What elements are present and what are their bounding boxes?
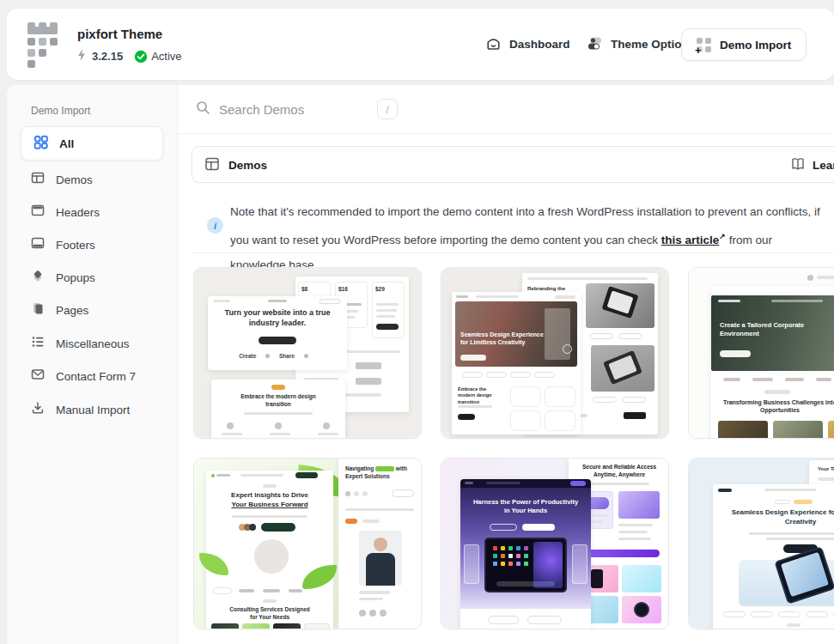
popups-icon: [31, 269, 45, 286]
nav-dashboard[interactable]: Dashboard: [485, 9, 570, 80]
sidebar-item-manual-import[interactable]: Manual Import: [7, 397, 178, 422]
sidebar-item-popups[interactable]: Popups: [7, 264, 178, 290]
demo-preview: Secure and Reliable Access Anytime, Anyw…: [441, 459, 668, 629]
preview-top-note: Your Technologies: [818, 465, 834, 472]
demos-table-icon: [204, 156, 220, 174]
nav-theme-options[interactable]: Theme Options: [587, 9, 695, 80]
sidebar-item-pages[interactable]: Pages: [7, 297, 178, 323]
envelope-icon: [31, 368, 45, 385]
external-link-icon: ↗: [719, 232, 726, 240]
sidebar: Demo Import All: [7, 85, 178, 644]
search-input[interactable]: [219, 102, 365, 117]
preview-subheading: Embrace the modern design transition: [231, 393, 326, 409]
list-icon: [31, 335, 45, 352]
preview-subheading: Embrace the modern design transition: [458, 386, 502, 405]
this-article-link[interactable]: this article: [661, 234, 720, 246]
demo-card-consulting[interactable]: Navigating with Expert Solutions: [193, 458, 422, 629]
nav-demo-import-button[interactable]: + Demo Import: [681, 28, 807, 61]
footers-icon: [31, 236, 45, 253]
demo-card-creative[interactable]: Your Technologies Seamless Design Experi…: [688, 458, 834, 629]
demos-section-title: Demos: [228, 159, 267, 172]
search-bar: /: [178, 85, 834, 134]
sidebar-item-contact-form-7[interactable]: Contact Form 7: [7, 363, 178, 389]
main-panel: Demo Import All: [7, 85, 834, 644]
preview-heading: Expert Insights to Drive Your Business F…: [214, 491, 326, 510]
demo-card-startup[interactable]: $8 $16 $29 Turn your website into a true…: [193, 267, 422, 439]
preview-secondary: Secure and Reliable Access Anytime, Anyw…: [576, 464, 662, 479]
preview-heading: Seamless Design Experience for Limitless…: [460, 331, 550, 347]
demos-section-bar: Demos Learn Ab: [192, 146, 834, 183]
note-text: Note that it's recommended to import the…: [230, 199, 827, 277]
info-icon: i: [207, 217, 223, 234]
search-icon: [196, 100, 210, 118]
sidebar-item-demos[interactable]: Demos: [7, 167, 178, 192]
info-note: i Note that it's recommended to import t…: [192, 197, 834, 253]
preview-heading: Create a Tailored Corporate Environment: [720, 321, 821, 338]
preview-subheading: Consulting Services Designed for Your Ne…: [227, 606, 313, 622]
demo-import-icon: +: [697, 38, 711, 52]
demo-preview: Navigating with Expert Solutions: [194, 459, 421, 629]
toggles-icon: [587, 35, 603, 54]
preview-heading: Seamless Design Experience for Limitless…: [723, 508, 834, 527]
home-icon: [485, 35, 502, 54]
sidebar-item-headers[interactable]: Headers: [7, 199, 178, 225]
sidebar-section-label: Demo Import: [31, 105, 90, 117]
preview-heading: Harness the Power of Productivity in You…: [470, 498, 581, 515]
preview-link: Create: [239, 353, 256, 359]
demos-icon: [31, 171, 45, 188]
preview-heading: Turn your website into a true industry l…: [215, 307, 340, 328]
demo-card-corporate[interactable]: Create a Tailored Corporate Environment …: [688, 267, 834, 439]
top-header: pixfort Theme 3.2.15 Active: [7, 9, 834, 80]
demo-preview: Rebranding the Identity for Acme Company: [441, 268, 668, 438]
sidebar-item-miscellaneous[interactable]: Miscellaneous: [7, 331, 178, 356]
demo-preview: Create a Tailored Corporate Environment …: [689, 268, 834, 438]
demo-card-agency[interactable]: Rebranding the Identity for Acme Company: [441, 267, 669, 439]
content-area: / Demos: [178, 85, 834, 644]
demo-preview: $8 $16 $29 Turn your website into a true…: [194, 268, 421, 438]
preview-link: Share: [279, 353, 295, 359]
preview-subheading: Transforming Business Challenges into Op…: [720, 398, 834, 415]
pages-icon: [31, 301, 45, 319]
preview-secondary: Navigating with Expert Solutions: [345, 465, 414, 481]
download-icon: [31, 401, 45, 418]
plugin-admin-page: pixfort Theme 3.2.15 Active: [0, 0, 834, 644]
slash-shortcut-badge: /: [377, 99, 398, 119]
demo-preview: Your Technologies Seamless Design Experi…: [689, 459, 834, 629]
header-nav: Dashboard Theme Options +: [7, 9, 834, 80]
book-icon: [790, 156, 806, 174]
demo-card-productivity[interactable]: Secure and Reliable Access Anytime, Anyw…: [441, 458, 669, 629]
headers-icon: [31, 204, 45, 221]
sidebar-item-all[interactable]: All: [21, 126, 163, 161]
learn-about-link[interactable]: Learn Ab: [790, 147, 834, 184]
grid-all-icon: [33, 135, 48, 153]
sidebar-item-footers[interactable]: Footers: [7, 232, 178, 258]
